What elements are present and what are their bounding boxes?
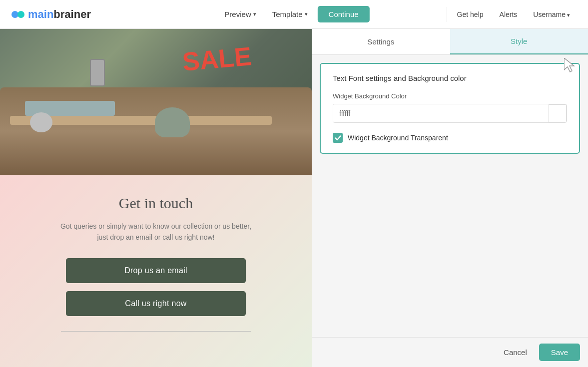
preview-panel: SALE Get in touch Got queries or simply … xyxy=(0,29,312,367)
cancel-button[interactable]: Cancel xyxy=(498,344,533,361)
template-button[interactable]: Template xyxy=(266,7,314,21)
transparent-checkbox[interactable] xyxy=(333,133,343,143)
checkbox-row: Widget Background Transparent xyxy=(333,133,567,143)
right-panel: Settings Style Text Font settings and Ba… xyxy=(312,29,588,367)
tab-style[interactable]: Style xyxy=(450,29,588,54)
svg-point-1 xyxy=(17,11,24,18)
svg-point-0 xyxy=(11,11,18,18)
contact-desc-line2: just drop an email or call us right now! xyxy=(97,233,215,241)
email-button[interactable]: Drop us an email xyxy=(66,258,246,283)
contact-desc: Got queries or simply want to know our c… xyxy=(15,221,297,243)
teapot xyxy=(30,112,52,132)
save-button[interactable]: Save xyxy=(539,344,580,361)
contact-section: Get in touch Got queries or simply want … xyxy=(0,175,312,367)
navbar-center: Preview Template Continue xyxy=(218,6,369,22)
preview-button[interactable]: Preview xyxy=(218,7,262,21)
continue-button[interactable]: Continue xyxy=(318,6,370,22)
hero-image: SALE xyxy=(0,29,312,175)
navbar-right: Get help Alerts Username xyxy=(445,7,578,22)
color-swatch[interactable] xyxy=(549,104,567,122)
action-bar: Cancel Save xyxy=(312,337,588,367)
contact-divider xyxy=(61,331,251,332)
tab-settings[interactable]: Settings xyxy=(312,29,450,54)
settings-panel: Text Font settings and Background color … xyxy=(312,55,588,337)
widget-bg-color-label: Widget Background Color xyxy=(333,92,567,100)
get-help-button[interactable]: Get help xyxy=(449,7,492,21)
contact-title: Get in touch xyxy=(15,195,297,212)
contact-desc-line1: Got queries or simply want to know our c… xyxy=(60,222,251,230)
username-button[interactable]: Username xyxy=(525,7,578,21)
main-layout: SALE Get in touch Got queries or simply … xyxy=(0,29,588,367)
flower-pot xyxy=(155,107,190,137)
sale-sign: SALE xyxy=(181,41,253,77)
call-button[interactable]: Call us right now xyxy=(66,291,246,316)
tabs-row: Settings Style xyxy=(312,29,588,55)
logo-icon xyxy=(10,6,26,22)
navbar: mainbrainer Preview Template Continue Ge… xyxy=(0,0,588,29)
color-input[interactable]: ffffff xyxy=(333,104,549,122)
logo-text: mainbrainer xyxy=(28,8,91,21)
transparent-label: Widget Background Transparent xyxy=(348,134,448,142)
alerts-button[interactable]: Alerts xyxy=(492,7,526,21)
color-field-row: ffffff xyxy=(333,104,567,123)
logo: mainbrainer xyxy=(10,6,91,22)
style-card: Text Font settings and Background color … xyxy=(320,63,580,154)
style-card-title: Text Font settings and Background color xyxy=(333,74,567,82)
svg-marker-2 xyxy=(564,58,574,72)
navbar-divider xyxy=(447,7,447,22)
lantern xyxy=(90,59,105,86)
